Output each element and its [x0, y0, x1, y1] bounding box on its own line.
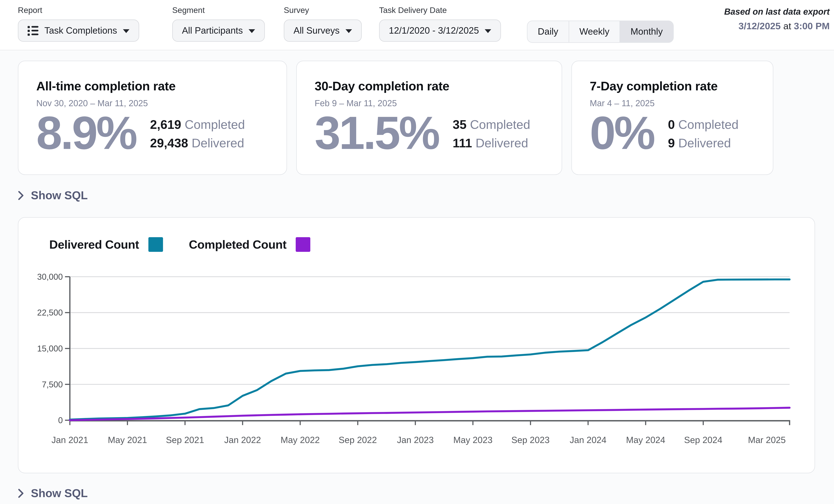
svg-text:Jan 2024: Jan 2024 — [570, 435, 607, 445]
show-sql-toggle-top[interactable]: Show SQL — [18, 189, 88, 202]
completion-rate-value: 0% — [590, 110, 654, 156]
filter-bar: Report Task Completions Segment All Part… — [0, 0, 834, 50]
export-date: 3/12/2025 — [739, 21, 781, 31]
caret-down-icon — [123, 29, 130, 33]
dashboard-page: Report Task Completions Segment All Part… — [0, 0, 834, 504]
export-at: at — [783, 21, 791, 31]
completion-rate-value: 31.5% — [315, 110, 439, 156]
date-range-value: 12/1/2020 - 3/12/2025 — [389, 25, 479, 36]
filter-report: Report Task Completions — [18, 5, 139, 42]
svg-text:Sep 2022: Sep 2022 — [339, 435, 377, 445]
svg-text:Jan 2021: Jan 2021 — [51, 435, 88, 445]
survey-dropdown[interactable]: All Surveys — [284, 20, 362, 42]
date-range-label: Task Delivery Date — [379, 5, 501, 15]
svg-text:Jan 2023: Jan 2023 — [397, 435, 434, 445]
completions-chart: 07,50015,00022,50030,000Jan 2021May 2021… — [19, 218, 816, 474]
export-note-line1: Based on last data export — [724, 7, 830, 17]
delivered-count-line: 29,438 Delivered — [150, 135, 245, 152]
svg-text:30,000: 30,000 — [37, 272, 63, 282]
filter-date-range: Task Delivery Date 12/1/2020 - 3/12/2025 — [379, 5, 501, 42]
chart-legend: Delivered Count Completed Count — [49, 237, 310, 252]
legend-label: Delivered Count — [49, 237, 139, 251]
svg-text:Sep 2024: Sep 2024 — [684, 435, 722, 445]
caret-down-icon — [346, 29, 352, 33]
stat-card-30-day: 30-Day completion rate Feb 9 – Mar 11, 2… — [296, 61, 562, 175]
card-counts: 2,619 Completed 29,438 Delivered — [150, 116, 245, 156]
report-label: Report — [18, 5, 139, 15]
completed-count-line: 35 Completed — [453, 116, 530, 133]
delivered-count-line: 111 Delivered — [453, 135, 530, 152]
segment-value: All Participants — [182, 25, 243, 36]
svg-text:15,000: 15,000 — [37, 344, 63, 353]
filter-survey: Survey All Surveys — [284, 5, 362, 42]
svg-text:May 2023: May 2023 — [453, 435, 492, 445]
caret-down-icon — [485, 29, 491, 33]
chevron-right-icon — [18, 191, 24, 200]
completions-chart-card: 07,50015,00022,50030,000Jan 2021May 2021… — [18, 217, 815, 474]
card-counts: 35 Completed 111 Delivered — [453, 116, 530, 156]
granularity-toggle: Daily Weekly Monthly — [527, 21, 674, 43]
completed-count-line: 2,619 Completed — [150, 116, 245, 133]
survey-value: All Surveys — [293, 25, 339, 36]
completed-count-line: 0 Completed — [668, 116, 739, 133]
show-sql-label: Show SQL — [31, 189, 88, 202]
card-title: All-time completion rate — [36, 79, 269, 94]
stat-cards-row: All-time completion rate Nov 30, 2020 – … — [18, 61, 816, 175]
svg-text:Sep 2023: Sep 2023 — [511, 435, 550, 445]
chevron-right-icon — [18, 488, 24, 498]
svg-text:22,500: 22,500 — [37, 308, 63, 317]
card-title: 7-Day completion rate — [590, 79, 755, 94]
survey-label: Survey — [284, 5, 362, 15]
granularity-monthly[interactable]: Monthly — [620, 21, 673, 42]
report-dropdown[interactable]: Task Completions — [18, 20, 139, 42]
svg-text:Sep 2021: Sep 2021 — [166, 435, 204, 445]
caret-down-icon — [249, 29, 255, 33]
report-value: Task Completions — [44, 25, 117, 36]
svg-text:7,500: 7,500 — [42, 380, 63, 389]
segment-dropdown[interactable]: All Participants — [172, 20, 265, 42]
legend-item-completed: Completed Count — [189, 237, 310, 252]
filter-segment: Segment All Participants — [172, 5, 265, 42]
show-sql-label: Show SQL — [31, 487, 88, 500]
granularity-daily[interactable]: Daily — [528, 21, 569, 42]
completion-rate-value: 8.9% — [36, 110, 136, 156]
legend-chip-delivered — [148, 237, 163, 252]
svg-text:0: 0 — [58, 416, 63, 425]
svg-text:May 2021: May 2021 — [108, 435, 147, 445]
svg-text:May 2024: May 2024 — [626, 435, 665, 445]
svg-text:Jan 2022: Jan 2022 — [224, 435, 261, 445]
segment-label: Segment — [172, 5, 265, 15]
legend-label: Completed Count — [189, 237, 286, 251]
granularity-weekly[interactable]: Weekly — [569, 21, 620, 42]
list-icon — [27, 26, 38, 36]
card-counts: 0 Completed 9 Delivered — [668, 116, 739, 156]
legend-item-delivered: Delivered Count — [49, 237, 163, 252]
show-sql-toggle-bottom[interactable]: Show SQL — [18, 487, 88, 500]
card-title: 30-Day completion rate — [315, 79, 544, 94]
export-time: 3:00 PM — [794, 21, 830, 31]
date-range-picker[interactable]: 12/1/2020 - 3/12/2025 — [379, 20, 501, 42]
legend-chip-completed — [296, 237, 310, 252]
svg-text:Mar 2025: Mar 2025 — [748, 435, 786, 445]
delivered-count-line: 9 Delivered — [668, 135, 739, 152]
export-note: Based on last data export 3/12/2025 at 3… — [724, 7, 830, 32]
svg-text:May 2022: May 2022 — [281, 435, 320, 445]
export-note-line2: 3/12/2025 at 3:00 PM — [724, 21, 830, 32]
stat-card-all-time: All-time completion rate Nov 30, 2020 – … — [18, 61, 287, 175]
stat-card-7-day: 7-Day completion rate Mar 4 – 11, 2025 0… — [571, 61, 773, 175]
